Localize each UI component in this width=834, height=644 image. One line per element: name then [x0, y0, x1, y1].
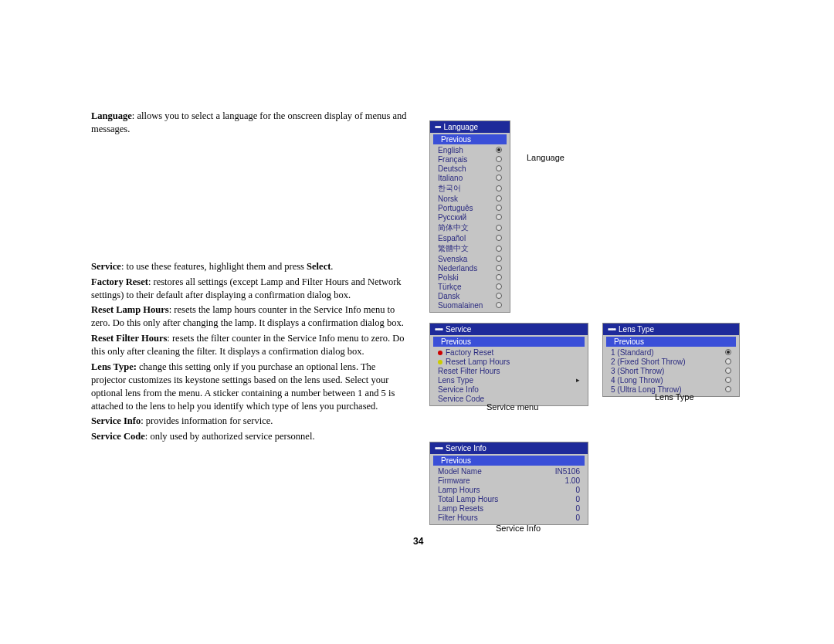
info-value: 0: [575, 486, 580, 494]
dots-icon: ••••: [608, 325, 615, 334]
lens-option[interactable]: 1 (Standard): [606, 347, 736, 357]
info-row: Total Lamp Hours0: [433, 494, 585, 503]
info-label: Total Lamp Hours: [438, 495, 575, 503]
radio-icon: [725, 377, 731, 383]
para-factory-reset: Factory Reset: restores all settings (ex…: [91, 276, 412, 302]
option-label: Dansk: [438, 292, 496, 300]
radio-icon: [725, 358, 731, 364]
radio-icon: [496, 147, 502, 153]
info-value: 1.00: [565, 476, 580, 485]
language-option[interactable]: Svenska: [433, 254, 507, 263]
radio-icon: [496, 185, 502, 192]
lens-option[interactable]: 3 (Short Throw): [606, 366, 736, 375]
service-item[interactable]: Reset Lamp Hours: [433, 357, 585, 366]
option-label: 4 (Long Throw): [611, 376, 725, 385]
radio-icon: [496, 195, 502, 202]
menu-title: Lens Type: [619, 325, 654, 334]
dots-icon: •••: [435, 123, 441, 131]
radio-icon: [725, 386, 731, 392]
radio-icon: [496, 302, 502, 308]
lens-list: 1 (Standard)2 (Fixed Short Throw)3 (Shor…: [603, 347, 739, 396]
item-label: Lens Type: [438, 376, 576, 385]
lens-option[interactable]: 2 (Fixed Short Throw): [606, 357, 736, 366]
option-label: Suomalainen: [438, 301, 496, 310]
language-option[interactable]: Português: [433, 203, 507, 212]
service-item[interactable]: Service Info: [433, 385, 585, 394]
option-label: 3 (Short Throw): [611, 367, 725, 375]
language-option[interactable]: Русский: [433, 212, 507, 222]
radio-icon: [496, 175, 502, 181]
language-option[interactable]: Español: [433, 233, 507, 242]
para-service: Service: to use these features, highligh…: [91, 260, 412, 273]
radio-icon: [496, 225, 502, 231]
option-label: Português: [438, 204, 496, 212]
option-label: Deutsch: [438, 164, 496, 173]
language-option[interactable]: English: [433, 145, 507, 154]
language-option[interactable]: Deutsch: [433, 164, 507, 173]
previous-button[interactable]: Previous: [433, 456, 585, 466]
option-label: Italiano: [438, 174, 496, 182]
radio-icon: [496, 265, 502, 271]
info-row: Filter Hours0: [433, 513, 585, 522]
radio-icon: [496, 214, 502, 220]
para-service-code: Service Code: only used by authorized se…: [91, 430, 412, 443]
language-option[interactable]: Polski: [433, 273, 507, 282]
item-label: Service Code: [438, 395, 580, 403]
caption-service-menu: Service menu: [486, 402, 538, 412]
language-option[interactable]: Nederlands: [433, 263, 507, 273]
service-menu: •••• Service Previous Factory ResetReset…: [429, 323, 588, 406]
option-label: 繁體中文: [438, 243, 496, 254]
option-label: English: [438, 146, 496, 154]
previous-button[interactable]: Previous: [606, 337, 736, 347]
service-info-menu: •••• Service Info Previous Model NameIN5…: [429, 442, 588, 525]
radio-icon: [496, 246, 502, 252]
option-label: Español: [438, 234, 496, 242]
service-item[interactable]: Reset Filter Hours: [433, 366, 585, 375]
radio-icon: [496, 293, 502, 299]
language-option[interactable]: Français: [433, 154, 507, 164]
previous-button[interactable]: Previous: [433, 134, 507, 144]
menu-header: ••• Language: [430, 121, 510, 133]
warning-icon: [438, 351, 442, 355]
menu-title: Service Info: [446, 444, 486, 452]
radio-icon: [496, 205, 502, 211]
radio-icon: [496, 283, 502, 290]
language-option[interactable]: 简体中文: [433, 222, 507, 233]
previous-button[interactable]: Previous: [433, 337, 585, 347]
language-option[interactable]: 한국어: [433, 182, 507, 194]
language-option[interactable]: Dansk: [433, 291, 507, 300]
item-label: Reset Filter Hours: [438, 367, 580, 375]
option-label: 简体中文: [438, 222, 496, 233]
service-list: Factory ResetReset Lamp HoursReset Filte…: [430, 347, 588, 405]
service-item[interactable]: Lens Type▸: [433, 375, 585, 385]
lamp-icon: [438, 360, 442, 364]
caption-lens-type: Lens Type: [655, 392, 694, 402]
caption-language: Language: [527, 153, 564, 162]
info-row: Lamp Resets0: [433, 503, 585, 513]
option-label: Polski: [438, 273, 496, 282]
menu-header: •••• Service: [430, 324, 588, 335]
info-value: 0: [575, 495, 580, 503]
language-option[interactable]: Norsk: [433, 194, 507, 203]
language-option[interactable]: Suomalainen: [433, 300, 507, 310]
info-row: Lamp Hours0: [433, 485, 585, 494]
item-label: Service Info: [438, 385, 580, 394]
info-label: Lamp Hours: [438, 486, 575, 494]
option-label: 한국어: [438, 183, 496, 194]
option-label: Nederlands: [438, 264, 496, 273]
body-text-column: Language: allows you to select a languag…: [91, 110, 412, 446]
para-language: Language: allows you to select a languag…: [91, 110, 412, 136]
language-option[interactable]: 繁體中文: [433, 242, 507, 254]
option-label: 1 (Standard): [611, 348, 725, 357]
radio-icon: [496, 165, 502, 171]
page: Language: allows you to select a languag…: [0, 0, 834, 644]
info-value: 0: [575, 504, 580, 513]
language-option[interactable]: Italiano: [433, 173, 507, 182]
language-option[interactable]: Türkçe: [433, 282, 507, 291]
language-list: EnglishFrançaisDeutschItaliano한국어NorskPo…: [430, 145, 510, 312]
radio-icon: [496, 235, 502, 241]
lens-option[interactable]: 4 (Long Throw): [606, 375, 736, 385]
option-label: Türkçe: [438, 283, 496, 291]
info-value: 0: [575, 514, 580, 522]
service-item[interactable]: Factory Reset: [433, 347, 585, 357]
